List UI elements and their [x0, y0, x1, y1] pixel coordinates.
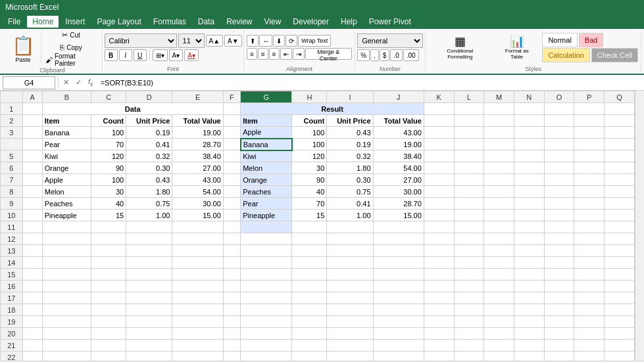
- cell-m3[interactable]: [484, 127, 514, 139]
- cell-c9[interactable]: 40: [91, 198, 126, 210]
- cell-o9[interactable]: [544, 198, 574, 210]
- row-header-4[interactable]: 4: [1, 139, 23, 150]
- cell-p4[interactable]: [574, 139, 605, 150]
- cell-k5[interactable]: [424, 150, 454, 162]
- col-header-g[interactable]: G: [241, 91, 292, 103]
- cell-l5[interactable]: [454, 150, 484, 162]
- cell-g6[interactable]: Melon: [241, 162, 292, 174]
- cell-o1[interactable]: [544, 103, 574, 115]
- menu-help[interactable]: Help: [335, 16, 362, 28]
- cell-p10[interactable]: [574, 210, 605, 221]
- cell-e10[interactable]: 15.00: [172, 210, 223, 221]
- cell-f2[interactable]: [223, 115, 240, 127]
- cell-p1[interactable]: [574, 103, 605, 115]
- cell-e4[interactable]: 28.70: [172, 139, 223, 150]
- cell-h2-count[interactable]: Count: [292, 115, 327, 127]
- calculation-style[interactable]: Calculation: [542, 48, 589, 62]
- cell-q7[interactable]: [605, 174, 635, 186]
- cell-q1[interactable]: [605, 103, 635, 115]
- format-painter-button[interactable]: 🖌 Format Painter: [43, 54, 99, 66]
- cell-j3[interactable]: 43.00: [373, 127, 424, 139]
- cell-b7[interactable]: Apple: [42, 174, 91, 186]
- row-header-15[interactable]: 15: [1, 269, 23, 281]
- cell-m5[interactable]: [484, 150, 514, 162]
- cancel-formula-icon[interactable]: ✕: [61, 78, 71, 87]
- format-as-table-button[interactable]: 📊 Format as Table: [493, 31, 541, 64]
- cell-g1[interactable]: Result: [241, 103, 424, 115]
- cell-c5[interactable]: 120: [91, 150, 126, 162]
- font-color-button[interactable]: A▾: [184, 49, 199, 61]
- menu-view[interactable]: View: [259, 16, 287, 28]
- cell-d7[interactable]: 0.43: [126, 174, 172, 186]
- row-header-5[interactable]: 5: [1, 150, 23, 162]
- increase-indent-button[interactable]: ⇥: [293, 48, 305, 60]
- menu-insert[interactable]: Insert: [60, 16, 90, 28]
- cell-l6[interactable]: [454, 162, 484, 174]
- row-header-8[interactable]: 8: [1, 186, 23, 198]
- formula-input[interactable]: [98, 79, 641, 87]
- cell-a10[interactable]: [22, 210, 42, 221]
- menu-power-pivot[interactable]: Power Pivot: [364, 16, 416, 28]
- cell-h6[interactable]: 30: [292, 162, 327, 174]
- cell-j6[interactable]: 54.00: [373, 162, 424, 174]
- cell-n6[interactable]: [514, 162, 544, 174]
- font-name-select[interactable]: Calibri: [105, 34, 177, 48]
- cell-n8[interactable]: [514, 186, 544, 198]
- cell-o7[interactable]: [544, 174, 574, 186]
- cell-i4[interactable]: 0.19: [327, 139, 373, 150]
- col-header-d[interactable]: D: [126, 91, 172, 103]
- cell-e6[interactable]: 27.00: [172, 162, 223, 174]
- col-header-l[interactable]: L: [454, 91, 484, 103]
- cell-m10[interactable]: [484, 210, 514, 221]
- align-top-button[interactable]: ⬆: [247, 35, 259, 47]
- cell-i10[interactable]: 1.00: [327, 210, 373, 221]
- cell-p6[interactable]: [574, 162, 605, 174]
- align-bottom-button[interactable]: ⬇: [273, 35, 285, 47]
- cell-m9[interactable]: [484, 198, 514, 210]
- cell-e9[interactable]: 30.00: [172, 198, 223, 210]
- cell-b4[interactable]: Pear: [42, 139, 91, 150]
- cell-c3[interactable]: 100: [91, 127, 126, 139]
- cell-j8[interactable]: 30.00: [373, 186, 424, 198]
- cell-a3[interactable]: [22, 127, 42, 139]
- cell-k2[interactable]: [424, 115, 454, 127]
- cell-m1[interactable]: [484, 103, 514, 115]
- cell-m7[interactable]: [484, 174, 514, 186]
- cell-q6[interactable]: [605, 162, 635, 174]
- cell-q2[interactable]: [605, 115, 635, 127]
- cell-g7[interactable]: Orange: [241, 174, 292, 186]
- cell-p5[interactable]: [574, 150, 605, 162]
- col-header-m[interactable]: M: [484, 91, 514, 103]
- cell-d6[interactable]: 0.30: [126, 162, 172, 174]
- col-header-b[interactable]: B: [42, 91, 91, 103]
- row-header-11[interactable]: 11: [1, 221, 23, 233]
- cell-o5[interactable]: [544, 150, 574, 162]
- cell-k7[interactable]: [424, 174, 454, 186]
- cell-j4[interactable]: 19.00: [373, 139, 424, 150]
- row-header-16[interactable]: 16: [1, 281, 23, 292]
- row-header-13[interactable]: 13: [1, 245, 23, 257]
- row-header-7[interactable]: 7: [1, 174, 23, 186]
- col-header-p[interactable]: P: [574, 91, 605, 103]
- cell-k6[interactable]: [424, 162, 454, 174]
- copy-button[interactable]: ⎘ Copy: [43, 41, 99, 53]
- normal-style[interactable]: Normal: [542, 33, 577, 47]
- cell-j10[interactable]: 15.00: [373, 210, 424, 221]
- cell-g8[interactable]: Peaches: [241, 186, 292, 198]
- cell-b10[interactable]: Pineapple: [42, 210, 91, 221]
- conditional-formatting-button[interactable]: ▦ Conditional Formatting: [428, 31, 491, 64]
- confirm-formula-icon[interactable]: ✓: [74, 78, 84, 87]
- cell-g2-item[interactable]: Item: [241, 115, 292, 127]
- cell-m6[interactable]: [484, 162, 514, 174]
- cell-a6[interactable]: [22, 162, 42, 174]
- decrease-decimal-button[interactable]: .00: [403, 49, 419, 61]
- cell-l7[interactable]: [454, 174, 484, 186]
- cell-d4[interactable]: 0.41: [126, 139, 172, 150]
- cell-o10[interactable]: [544, 210, 574, 221]
- cell-d5[interactable]: 0.32: [126, 150, 172, 162]
- cell-j7[interactable]: 27.00: [373, 174, 424, 186]
- menu-file[interactable]: File: [3, 16, 26, 28]
- cell-c10[interactable]: 15: [91, 210, 126, 221]
- cell-p8[interactable]: [574, 186, 605, 198]
- cell-g4-selected[interactable]: Banana: [241, 139, 292, 150]
